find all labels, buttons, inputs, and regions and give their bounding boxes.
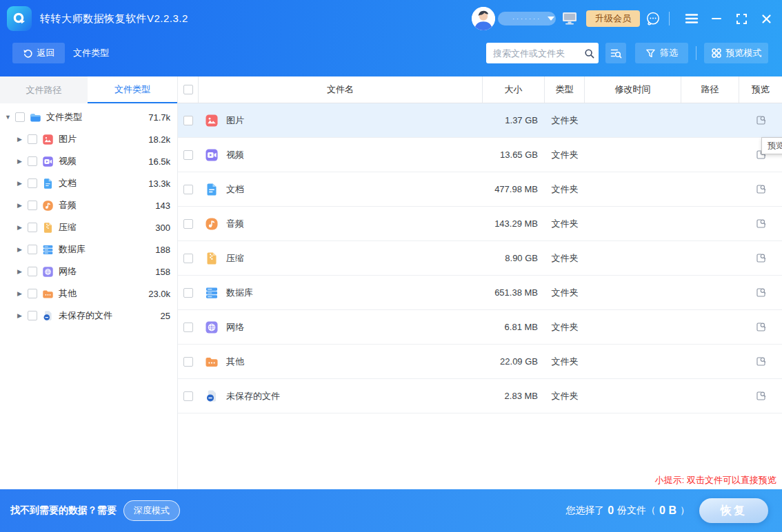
tree-item-label: 压缩 [59,221,77,234]
selection-size: 0 B [659,504,676,517]
sidebar-tabs: 文件路径 文件类型 [0,76,177,103]
table-row[interactable]: 音频143.29 MB文件夹 [178,207,782,241]
user-menu-caret-icon[interactable] [548,17,554,21]
row-checkbox[interactable] [183,357,193,367]
file-type-tree: ▼文件类型71.7k▶图片18.2k▶视频16.5k▶文档13.3k▶音频143… [0,103,177,327]
row-checkbox[interactable] [183,391,193,401]
customer-support-icon[interactable] [645,11,661,26]
table-row[interactable]: 数据库651.38 MB文件夹 [178,276,782,310]
tree-checkbox[interactable] [28,134,37,144]
tab-file-type[interactable]: 文件类型 [88,76,177,103]
row-checkbox[interactable] [183,288,193,298]
sidebar-tree-item[interactable]: ▶文档13.3k [0,172,177,194]
user-avatar-icon[interactable] [472,7,495,30]
tree-checkbox[interactable] [28,289,37,298]
image-icon [42,134,54,145]
preview-mode-button[interactable]: 预览模式 [704,43,768,63]
filter-button[interactable]: 筛选 [635,43,688,63]
minimize-button[interactable] [709,11,724,26]
search-input[interactable] [486,48,579,59]
sidebar-tree-item[interactable]: ▶音频143 [0,194,177,216]
deep-mode-button[interactable]: 深度模式 [123,500,180,521]
collapse-arrow-icon[interactable]: ▼ [5,114,15,121]
table-row[interactable]: 其他22.09 GB文件夹 [178,345,782,379]
advanced-search-button[interactable] [605,43,626,63]
expand-arrow-icon[interactable]: ▶ [17,290,28,297]
row-checkbox[interactable] [183,185,193,194]
maximize-button[interactable] [734,11,749,26]
row-checkbox[interactable] [183,219,193,229]
expand-arrow-icon[interactable]: ▶ [17,224,28,231]
deep-scan-prompt: 找不到需要的数据？需要 深度模式 [10,500,180,521]
preview-icon[interactable] [755,252,767,264]
row-checkbox[interactable] [183,254,193,263]
file-modified-time [585,172,681,206]
tree-checkbox[interactable] [28,245,37,254]
row-checkbox[interactable] [183,116,193,125]
row-checkbox[interactable] [183,323,193,332]
file-type: 文件夹 [545,345,585,378]
sidebar-tree-item[interactable]: ▶图片18.2k [0,128,177,150]
deep-scan-prompt-text: 找不到需要的数据？需要 [10,504,117,517]
expand-arrow-icon[interactable]: ▶ [17,158,28,165]
column-size: 大小 [483,76,545,103]
sidebar-tree-item[interactable]: ▶压缩300 [0,216,177,238]
file-name: 压缩 [226,252,244,265]
file-name: 音频 [226,218,244,230]
file-modified-time [585,103,681,137]
tree-checkbox[interactable] [28,223,37,232]
device-monitor-icon[interactable] [561,11,578,26]
sidebar-tree-item[interactable]: ▶数据库188 [0,238,177,260]
selection-prefix: 您选择了 [565,504,604,517]
tree-checkbox[interactable] [28,178,37,188]
tree-checkbox[interactable] [15,112,25,122]
select-all-checkbox[interactable] [183,85,193,94]
footer-bar: 找不到需要的数据？需要 深度模式 您选择了 0 份文件（ 0 B ） 恢复 [0,489,782,532]
preview-icon[interactable] [755,390,767,402]
file-name: 其他 [226,356,244,368]
back-button[interactable]: 返回 [12,43,65,63]
tree-item-label: 其他 [59,287,77,300]
expand-arrow-icon[interactable]: ▶ [17,136,28,143]
search-box[interactable] [486,43,599,63]
audio-icon [42,200,54,212]
tree-checkbox[interactable] [28,267,37,276]
close-button[interactable] [759,11,774,26]
preview-icon[interactable] [755,321,767,333]
tree-item-count: 13.3k [148,178,177,189]
row-checkbox[interactable] [183,150,193,160]
table-row[interactable]: 文档477.98 MB文件夹 [178,172,782,207]
recover-button[interactable]: 恢复 [699,498,768,523]
menu-button[interactable] [684,11,699,26]
sidebar-tree-item[interactable]: ▶未保存的文件25 [0,305,177,327]
preview-icon[interactable] [755,356,767,367]
expand-arrow-icon[interactable]: ▶ [17,180,28,187]
file-type: 文件夹 [545,379,585,413]
table-row[interactable]: 未保存的文件2.83 MB文件夹 [178,379,782,413]
sidebar-tree-item[interactable]: ▶网络158 [0,260,177,283]
table-row[interactable]: 压缩8.90 GB文件夹 [178,241,782,276]
sidebar-tree-item[interactable]: ▶视频16.5k [0,150,177,172]
tree-checkbox[interactable] [28,156,37,166]
tab-file-path[interactable]: 文件路径 [0,76,88,103]
preview-icon[interactable] [755,287,767,298]
tree-checkbox[interactable] [28,201,37,210]
sidebar-tree-item[interactable]: ▶其他23.0k [0,283,177,305]
expand-arrow-icon[interactable]: ▶ [17,312,28,319]
expand-arrow-icon[interactable]: ▶ [17,268,28,275]
upgrade-member-button[interactable]: 升级会员 [586,10,640,27]
expand-arrow-icon[interactable]: ▶ [17,246,28,253]
expand-arrow-icon[interactable]: ▶ [17,202,28,209]
preview-icon[interactable] [755,114,767,126]
app-title: 转转大师数据恢复软件V2.2.3.2 [40,0,188,37]
preview-icon[interactable] [755,183,767,195]
column-file-name: 文件名 [199,76,483,103]
preview-icon[interactable] [755,218,767,229]
table-row[interactable]: 图片1.37 GB文件夹 [178,103,782,138]
table-row[interactable]: 视频13.65 GB文件夹 [178,138,782,172]
sidebar-tree-item[interactable]: ▼文件类型71.7k [0,106,177,128]
tree-checkbox[interactable] [28,311,37,320]
search-icon[interactable] [579,48,599,59]
filter-button-label: 筛选 [660,47,678,59]
table-row[interactable]: 网络6.81 MB文件夹 [178,310,782,345]
